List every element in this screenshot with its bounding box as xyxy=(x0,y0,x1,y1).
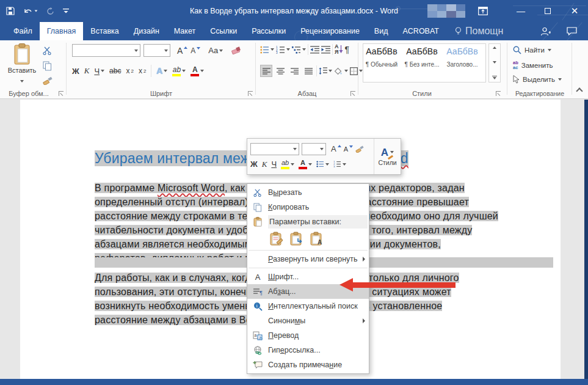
grow-font-button[interactable]: A xyxy=(177,46,187,56)
paste-merge-formatting-button[interactable] xyxy=(289,232,304,246)
style-card-heading[interactable]: АаБбВв Заголово... xyxy=(444,44,481,82)
font-color-button[interactable]: А xyxy=(191,66,204,76)
select-button[interactable]: Выделить xyxy=(513,75,562,84)
justify-button[interactable] xyxy=(302,65,314,77)
highlight-color-button[interactable]: ab xyxy=(172,66,186,76)
text-effects-button[interactable]: A xyxy=(156,66,167,76)
numbering-button[interactable]: 123 xyxy=(276,46,290,54)
font-name-combobox[interactable] xyxy=(72,44,140,57)
mini-styles-button[interactable]: A Стили xyxy=(374,139,401,174)
bullets-button[interactable] xyxy=(260,46,274,54)
decrease-indent-button[interactable] xyxy=(310,46,319,54)
mini-font-color-button[interactable]: А xyxy=(299,160,312,169)
tab-references[interactable]: Ссылки xyxy=(203,22,244,40)
subscript-digit: 2 xyxy=(131,68,133,74)
paste-keep-source-formatting-button[interactable] xyxy=(269,232,284,246)
ribbon-display-options-button[interactable] xyxy=(470,0,496,22)
font-size-combobox[interactable] xyxy=(143,44,170,57)
align-center-button[interactable] xyxy=(274,65,286,77)
paste-keep-text-only-button[interactable]: A xyxy=(310,232,324,246)
undo-button[interactable] xyxy=(23,7,38,15)
comments-button[interactable] xyxy=(567,27,577,35)
gallery-more-button[interactable] xyxy=(492,76,497,80)
styles-dialog-launcher[interactable] xyxy=(496,91,501,96)
mini-shrink-font-button[interactable]: A xyxy=(344,145,353,153)
mini-bullets-button[interactable] xyxy=(316,161,329,167)
tab-acrobat[interactable]: ACROBAT xyxy=(395,22,446,40)
mini-grow-font-button[interactable]: A xyxy=(331,144,341,153)
italic-button[interactable]: К xyxy=(84,66,90,76)
tab-mailings[interactable]: Рассылки xyxy=(244,22,293,40)
format-painter-button[interactable] xyxy=(43,76,53,85)
clear-formatting-button[interactable] xyxy=(231,46,241,55)
find-button[interactable]: Найти xyxy=(513,46,551,54)
account-name-redacted xyxy=(427,4,465,18)
mini-bold-button[interactable]: Ж xyxy=(250,160,258,169)
menu-item-synonyms[interactable]: Синонимы xyxy=(247,314,369,328)
mini-underline-button[interactable]: Ч xyxy=(271,160,277,169)
paint-bucket-icon xyxy=(334,67,343,75)
tell-me-helper[interactable]: Помощн xyxy=(455,22,503,40)
new-comment-icon xyxy=(247,361,268,369)
tab-file[interactable]: Файл xyxy=(6,22,40,40)
paste-button[interactable]: Вставить xyxy=(6,43,38,85)
paste-dropdown-caret-icon xyxy=(20,80,24,82)
tab-layout[interactable]: Макет xyxy=(167,22,203,40)
close-button[interactable]: ✕ xyxy=(561,0,588,22)
repeat-icon xyxy=(46,7,54,15)
menu-item-expand-collapse[interactable]: Развернуть или свернуть xyxy=(247,252,369,266)
style-card-normal[interactable]: АаБбВв ¶ Обычный xyxy=(363,44,400,82)
customize-qat-button[interactable] xyxy=(63,7,69,15)
gallery-down-button[interactable] xyxy=(493,61,496,64)
style-card-no-spacing[interactable]: АаБбВв ¶ Без инте... xyxy=(404,44,440,82)
increase-indent-button[interactable] xyxy=(321,46,330,54)
strikethrough-button[interactable]: abc xyxy=(109,67,121,75)
font-dialog-launcher[interactable] xyxy=(248,91,253,96)
tab-design[interactable]: Дизайн xyxy=(126,22,167,40)
share-button[interactable] xyxy=(540,27,551,36)
multilevel-list-button[interactable] xyxy=(292,46,306,54)
shrink-font-button[interactable]: A xyxy=(191,46,200,55)
menu-item-hyperlink[interactable]: Гиперссылка... xyxy=(247,343,369,358)
collapse-ribbon-button[interactable] xyxy=(576,87,583,94)
paragraph-dialog-launcher[interactable] xyxy=(350,91,355,96)
change-case-button[interactable]: Aa xyxy=(208,46,223,55)
gallery-up-button[interactable] xyxy=(493,46,496,49)
save-button[interactable] xyxy=(6,7,15,15)
mini-format-painter-button[interactable] xyxy=(355,145,364,153)
show-marks-button[interactable]: ¶ xyxy=(345,45,350,54)
small-separator xyxy=(332,44,333,55)
tab-insert[interactable]: Вставка xyxy=(83,22,126,40)
mini-highlight-button[interactable]: ab xyxy=(281,160,294,169)
sort-button[interactable]: АЯ xyxy=(335,44,343,55)
copy-button[interactable] xyxy=(43,61,52,71)
repeat-button[interactable] xyxy=(46,7,54,15)
underline-button[interactable]: Ч xyxy=(94,67,104,76)
menu-item-cut[interactable]: Вырезать xyxy=(247,185,369,200)
menu-item-smart-lookup[interactable]: i Интеллектуальный поиск xyxy=(247,299,369,314)
align-right-button[interactable] xyxy=(288,65,300,77)
menu-item-translate[interactable]: аあ Перевод xyxy=(247,328,369,343)
cut-button[interactable] xyxy=(43,46,53,55)
grow-font-label: A xyxy=(177,46,183,56)
align-left-button[interactable] xyxy=(260,65,272,77)
line-spacing-button[interactable] xyxy=(319,67,332,75)
menu-item-new-comment[interactable]: Создать примечание xyxy=(247,358,369,372)
menu-item-copy[interactable]: Копировать xyxy=(247,200,369,215)
mini-font-size-combobox[interactable] xyxy=(302,143,326,155)
maximize-button[interactable] xyxy=(534,0,561,22)
mini-font-name-combobox[interactable] xyxy=(250,143,299,155)
mini-numbering-button[interactable]: 123 xyxy=(333,161,346,167)
group-label-editing: Редактирование xyxy=(508,90,572,97)
mini-italic-button[interactable]: К xyxy=(262,160,267,169)
shading-button[interactable] xyxy=(334,67,348,75)
bold-button[interactable]: Ж xyxy=(72,67,79,76)
clipboard-dialog-launcher[interactable] xyxy=(59,91,64,96)
superscript-button[interactable]: x2 xyxy=(139,67,146,75)
minimize-button[interactable]: — xyxy=(507,0,534,22)
undo-icon xyxy=(23,7,33,15)
tab-view[interactable]: Вид xyxy=(367,22,396,40)
tab-home[interactable]: Главная xyxy=(40,22,84,40)
subscript-button[interactable]: x2 xyxy=(126,67,133,75)
replace-button[interactable]: ab ac Заменить xyxy=(513,61,553,70)
